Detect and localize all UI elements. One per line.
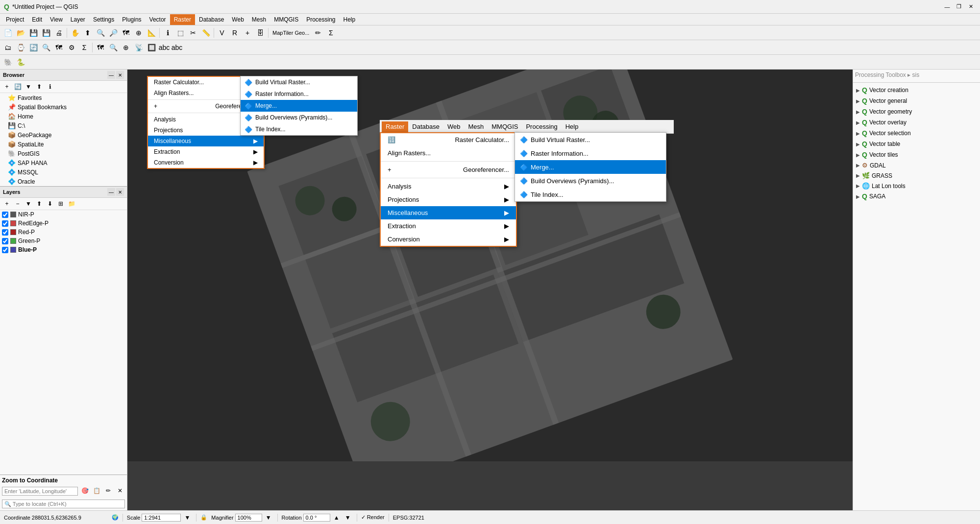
browser-add-btn[interactable]: + [2,82,12,92]
zoom-selection-btn[interactable]: ⊕ [133,27,145,39]
tb2-btn5[interactable]: 🗺 [53,42,65,53]
sm-small-build-virtual[interactable]: 🔷 Build Virtual Raster... [241,76,357,88]
sm-small-tile-index[interactable]: 🔷 Tile Index... [241,123,357,135]
dd-large-georef[interactable]: + Georeferencer... [381,163,516,176]
menu-large-mesh[interactable]: Mesh [464,121,488,132]
browser-spatialite[interactable]: 📦SpatiaLite [0,140,127,149]
tb2-btn12[interactable]: 🔲 [146,42,157,53]
dd-large-misc[interactable]: Miscellaneous ▶ [381,206,516,219]
add-db-btn[interactable]: 🗄 [254,27,266,39]
layer-nir-p-check[interactable] [2,212,8,218]
browser-bookmarks[interactable]: 📌Spatial Bookmarks [0,102,127,112]
sm-large-raster-info[interactable]: 🔷 Raster Information... [515,146,666,160]
layers-move-up-btn[interactable]: ⬆ [34,199,44,209]
tb2-btn6[interactable]: ⚙ [66,42,77,53]
menu-vector[interactable]: Vector [146,14,170,25]
browser-favorites[interactable]: ⭐Favorites [0,93,127,102]
layers-group-btn[interactable]: 📁 [67,199,76,209]
rp-grass[interactable]: ▶ 🌿 GRASS [853,170,980,181]
rp-vector-creation[interactable]: ▶ Q Vector creation [853,85,980,95]
menu-large-database[interactable]: Database [408,121,443,132]
layer-blue-p[interactable]: Blue-P [0,245,127,254]
menu-processing[interactable]: Processing [302,14,339,25]
layers-remove-btn[interactable]: − [13,199,23,209]
zoom-lat-lon-input[interactable] [2,487,78,496]
open-btn[interactable]: 📂 [15,27,26,39]
sm-large-build-virtual[interactable]: 🔷 Build Virtual Raster... [515,133,666,146]
browser-mssql[interactable]: 💠MSSQL [0,167,127,177]
scale-dropdown-btn[interactable]: ▼ [182,513,192,523]
menu-raster[interactable]: Raster [170,14,195,25]
layer-rededge-p[interactable]: RedEdge-P [0,219,127,228]
rp-lat-lon-tools[interactable]: ▶ 🌐 Lat Lon tools [853,181,980,191]
status-epsg[interactable]: EPSG:32721 [393,515,424,521]
browser-filter-btn[interactable]: ▼ [24,82,33,92]
save-as-btn[interactable]: 💾 [40,27,52,39]
rp-vector-table[interactable]: ▶ Q Vector table [853,139,980,149]
menu-large-mmqgis[interactable]: MMQGIS [488,121,522,132]
layer-rededge-p-check[interactable] [2,220,8,227]
browser-geopackage[interactable]: 📦GeoPackage [0,130,127,140]
menu-mesh[interactable]: Mesh [248,14,270,25]
scale-input[interactable] [142,514,181,522]
layer-nir-p[interactable]: NIR-P [0,210,127,219]
sm-large-overviews[interactable]: 🔷 Build Overviews (Pyramids)... [515,174,666,188]
dd-large-analysis[interactable]: Analysis ▶ [381,180,516,193]
zoom-full-btn[interactable]: 🗺 [120,27,132,39]
add-layer-btn[interactable]: + [242,27,253,39]
layers-add-btn[interactable]: + [2,199,12,209]
browser-oracle[interactable]: 💠Oracle [0,177,127,186]
layers-filter-btn[interactable]: ▼ [24,199,33,209]
magnifier-input[interactable] [235,514,262,522]
add-raster-btn[interactable]: R [229,27,241,39]
browser-home[interactable]: 🏠Home [0,112,127,121]
layers-min-btn[interactable]: — [107,188,115,196]
menu-large-processing[interactable]: Processing [522,121,561,132]
browser-close-btn[interactable]: ✕ [116,71,124,79]
sm-large-merge[interactable]: 🔷 Merge... [515,160,666,174]
pan-map-btn[interactable]: ⬆ [82,27,94,39]
zoom-go-btn[interactable]: 🎯 [80,486,90,496]
tb2-btn7[interactable]: Σ [78,42,90,53]
zoom-layer-btn[interactable]: 📐 [146,27,157,39]
rp-vector-overlay[interactable]: ▶ Q Vector overlay [853,117,980,128]
tb2-btn10[interactable]: ⊕ [120,42,132,53]
sm-small-overviews[interactable]: 🔷 Build Overviews (Pyramids)... [241,112,357,123]
new-project-btn[interactable]: 📄 [2,27,14,39]
pan-btn[interactable]: ✋ [69,27,81,39]
close-button[interactable]: ✕ [965,1,976,12]
tb3-btn1[interactable]: 🐘 [2,56,14,68]
sm-small-merge[interactable]: 🔷 Merge... [241,100,357,112]
dd-large-extraction[interactable]: Extraction ▶ [381,219,516,233]
digitize-btn[interactable]: ✏ [312,27,324,39]
stats-btn[interactable]: Σ [325,27,337,39]
sm-large-tile-index[interactable]: 🔷 Tile Index... [515,188,666,201]
print-btn[interactable]: 🖨 [53,27,65,39]
rotation-down-btn[interactable]: ▼ [343,513,353,523]
menu-edit[interactable]: Edit [28,14,46,25]
tb2-btn3[interactable]: 🔄 [27,42,39,53]
layers-expand-btn[interactable]: ⊞ [56,199,66,209]
browser-refresh-btn[interactable]: 🔄 [13,82,23,92]
minimize-button[interactable]: — [942,1,953,12]
magnifier-dropdown-btn[interactable]: ▼ [264,513,273,523]
rp-gdal[interactable]: ▶ ⚙ GDAL [853,160,980,170]
menu-large-raster[interactable]: Raster [382,121,408,132]
menu-settings[interactable]: Settings [89,14,118,25]
sm-small-raster-info[interactable]: 🔷 Raster Information... [241,88,357,100]
browser-postgis[interactable]: 🐘PostGIS [0,149,127,158]
dd-large-conversion[interactable]: Conversion ▶ [381,233,516,246]
save-btn[interactable]: 💾 [27,27,39,39]
dd-large-projections[interactable]: Projections ▶ [381,193,516,206]
zoom-copy-btn[interactable]: 📋 [92,486,101,496]
menu-database[interactable]: Database [195,14,228,25]
zoom-out-btn[interactable]: 🔎 [107,27,119,39]
rp-vector-tiles[interactable]: ▶ Q Vector tiles [853,149,980,160]
rp-saga[interactable]: ▶ Q SAGA [853,191,980,202]
layers-close-btn[interactable]: ✕ [116,188,124,196]
dd-small-extraction[interactable]: Extraction ▶ [148,146,264,157]
select-btn[interactable]: ⬚ [174,27,186,39]
layer-red-p-check[interactable] [2,229,8,236]
identify-btn[interactable]: ℹ [162,27,173,39]
tb2-btn9[interactable]: 🔍 [107,42,119,53]
